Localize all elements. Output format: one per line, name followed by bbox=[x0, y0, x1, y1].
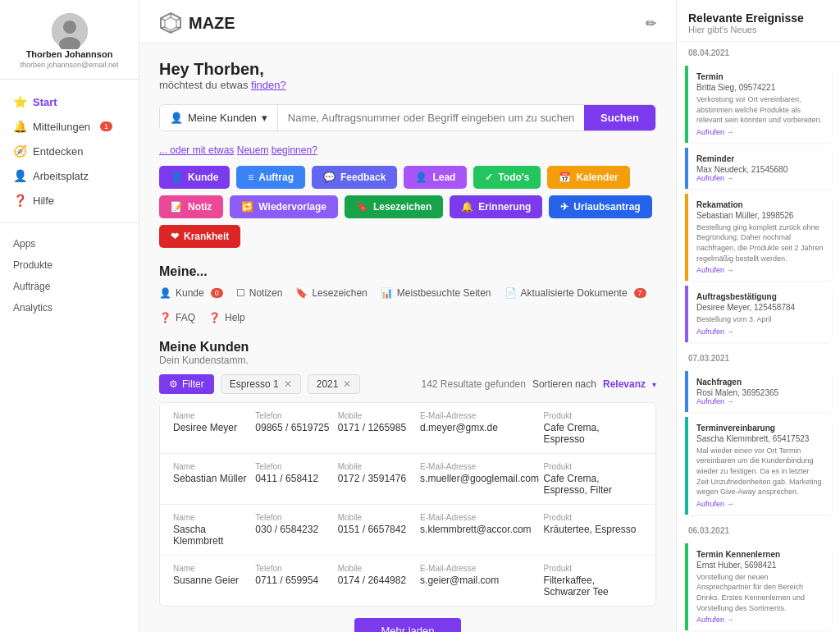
star-icon: ⭐ bbox=[13, 95, 26, 108]
event-date-label: 08.04.2021 bbox=[677, 42, 840, 61]
table-row[interactable]: Name Sebastian Müller Telefon 0411 / 658… bbox=[160, 454, 655, 505]
sidebar-section: Apps Produkte Aufträge Analytics bbox=[0, 223, 139, 328]
sidebar-item-label: Mitteilungen bbox=[33, 121, 90, 133]
greeting-link[interactable]: finden? bbox=[251, 79, 286, 91]
event-desc: Bestellung vom 3. April bbox=[696, 314, 824, 325]
btn-urlaubsantrag[interactable]: ✈ Urlaubsantrag bbox=[549, 195, 651, 218]
table-cell-email: E-Mail-Adresse s.mueller@googlemail.com bbox=[420, 462, 544, 496]
tab-faq[interactable]: ❓ FAQ bbox=[159, 312, 195, 323]
event-card-termin[interactable]: Termin Britta Sieg, 09574221 Verkostung … bbox=[685, 66, 832, 143]
btn-erinnerung[interactable]: 🔔 Erinnerung bbox=[450, 195, 542, 218]
tab-meistbesucht[interactable]: 📊 Meistbesuchte Seiten bbox=[381, 287, 491, 299]
event-type: Termin bbox=[696, 72, 824, 81]
sidebar-item-apps[interactable]: Apps bbox=[0, 233, 139, 254]
produkte-label: Produkte bbox=[13, 259, 52, 271]
event-link[interactable]: Aufrufen → bbox=[696, 616, 824, 624]
meine-title: Meine... bbox=[159, 264, 656, 279]
tab-kunde[interactable]: 👤 Kunde 0 bbox=[159, 287, 223, 299]
btn-lead[interactable]: 👤 Lead bbox=[404, 166, 467, 189]
faq-tab-icon: ❓ bbox=[159, 312, 171, 323]
sidebar-item-mitteilungen[interactable]: 🔔 Mitteilungen 1 bbox=[0, 114, 139, 139]
table-row[interactable]: Name Desiree Meyer Telefon 09865 / 65197… bbox=[160, 403, 655, 454]
kunden-table: Name Desiree Meyer Telefon 09865 / 65197… bbox=[159, 402, 656, 607]
table-cell-name: Name Sascha Klemmbrett bbox=[173, 513, 255, 547]
event-card-terminvereinbarung[interactable]: Terminvereinbarung Sascha Klemmbrett, 65… bbox=[685, 417, 832, 515]
btn-krankheit[interactable]: ❤ Krankheit bbox=[159, 225, 240, 248]
filter-close-espresso[interactable]: ✕ bbox=[284, 378, 292, 390]
table-cell-produkt: Produkt Kräutertee, Espresso bbox=[544, 513, 642, 547]
event-type: Terminvereinbarung bbox=[696, 424, 824, 433]
dokumente-tab-badge: 7 bbox=[634, 288, 646, 298]
btn-todos[interactable]: ✓ Todo's bbox=[473, 166, 541, 189]
lead-icon: 👤 bbox=[415, 172, 427, 183]
tab-lesezeichen[interactable]: 🔖 Lesezeichen bbox=[295, 287, 367, 299]
apps-label: Apps bbox=[13, 238, 35, 250]
kunden-section: Meine Kunden Dein Kundenstamm. ⚙ Filter … bbox=[159, 340, 656, 632]
sidebar-item-analytics[interactable]: Analytics bbox=[0, 297, 139, 318]
sort-value[interactable]: Relevanz bbox=[603, 378, 646, 390]
btn-auftrag[interactable]: ≡ Auftrag bbox=[236, 166, 305, 189]
tab-notizen[interactable]: ☐ Notizen bbox=[236, 287, 283, 299]
results-count: 142 Resultate gefunden bbox=[421, 378, 525, 390]
event-date-label: 07.03.2021 bbox=[677, 347, 840, 366]
btn-lesezeichen[interactable]: 🔖 Lesezeichen bbox=[345, 195, 443, 218]
lesezeichen-tab-icon: 🔖 bbox=[295, 287, 308, 299]
urlaubsantrag-icon: ✈ bbox=[560, 201, 568, 213]
table-row[interactable]: Name Sascha Klemmbrett Telefon 030 / 658… bbox=[160, 505, 655, 556]
meine-tabs: 👤 Kunde 0 ☐ Notizen 🔖 Lesezeichen 📊 Meis… bbox=[159, 287, 656, 323]
event-person: Desiree Meyer, 125458784 bbox=[696, 303, 824, 312]
right-sidebar: Relevante Ereignisse Hier gibt's Neues 0… bbox=[676, 0, 840, 632]
btn-kunde[interactable]: 👤 Kunde bbox=[159, 166, 230, 189]
filter-tag-espresso[interactable]: Espresso 1 ✕ bbox=[221, 374, 301, 394]
btn-kalender[interactable]: 📅 Kalender bbox=[547, 166, 629, 189]
event-card-auftragsbestaetigung[interactable]: Auftragsbestätigung Desiree Meyer, 12545… bbox=[685, 286, 832, 342]
sidebar-item-auftraege[interactable]: Aufträge bbox=[0, 276, 139, 297]
search-button[interactable]: Suchen bbox=[584, 105, 655, 131]
sidebar-item-start[interactable]: ⭐ Start bbox=[0, 89, 139, 114]
btn-feedback[interactable]: 💬 Feedback bbox=[312, 166, 397, 189]
filter-button[interactable]: ⚙ Filter bbox=[159, 374, 214, 394]
neue-hint: ... oder mit etwas Neuem beginnen? bbox=[159, 144, 656, 156]
logo: MAZE bbox=[159, 11, 235, 34]
event-link[interactable]: Aufrufen → bbox=[696, 128, 824, 136]
logo-icon bbox=[159, 11, 182, 34]
neue-link[interactable]: Neuem bbox=[237, 144, 269, 156]
event-person: Britta Sieg, 09574221 bbox=[696, 83, 824, 92]
tab-help[interactable]: ❓ Help bbox=[208, 312, 245, 323]
search-input[interactable] bbox=[278, 105, 584, 131]
event-link[interactable]: Aufrufen → bbox=[696, 397, 824, 405]
event-link[interactable]: Aufrufen → bbox=[696, 500, 824, 508]
sidebar-item-produkte[interactable]: Produkte bbox=[0, 254, 139, 276]
event-link[interactable]: Aufrufen → bbox=[696, 266, 824, 274]
table-cell-email: E-Mail-Adresse d.meyer@gmx.de bbox=[420, 411, 544, 445]
event-link[interactable]: Aufrufen → bbox=[696, 174, 824, 182]
right-sidebar-header: Relevante Ereignisse Hier gibt's Neues bbox=[677, 0, 840, 42]
edit-icon[interactable]: ✏ bbox=[646, 16, 656, 31]
filter-close-2021[interactable]: ✕ bbox=[343, 378, 351, 390]
mehr-laden-button[interactable]: Mehr laden bbox=[354, 618, 460, 632]
event-card-reminder[interactable]: Reminder Max Neudeck, 21545680 Aufrufen … bbox=[685, 148, 832, 189]
wiedervorlage-icon: 🔁 bbox=[241, 201, 253, 213]
notizen-tab-icon: ☐ bbox=[236, 287, 245, 299]
tab-dokumente[interactable]: 📄 Aktualisierte Dokumente 7 bbox=[504, 287, 646, 299]
event-link[interactable]: Aufrufen → bbox=[696, 327, 824, 336]
krankheit-icon: ❤ bbox=[171, 231, 179, 242]
svg-line-9 bbox=[161, 27, 165, 28]
event-card-rekamation[interactable]: Rekamation Sebastian Müller, 1998526 Bes… bbox=[685, 194, 832, 281]
right-sidebar-title: Relevante Ereignisse bbox=[688, 11, 829, 25]
table-cell-mobile: Mobile 0151 / 6657842 bbox=[338, 513, 420, 547]
btn-notiz[interactable]: 📝 Notiz bbox=[159, 195, 223, 218]
feedback-icon: 💬 bbox=[323, 172, 336, 183]
filter-tag-2021[interactable]: 2021 ✕ bbox=[308, 374, 361, 394]
btn-wiedervorlage[interactable]: 🔁 Wiedervorlage bbox=[230, 195, 338, 218]
event-date-group-0: 08.04.2021 Termin Britta Sieg, 09574221 … bbox=[677, 42, 840, 342]
sidebar-item-entdecken[interactable]: 🧭 Entdecken bbox=[0, 139, 139, 163]
search-dropdown[interactable]: 👤 Meine Kunden ▾ bbox=[160, 105, 278, 131]
table-cell-mobile: Mobile 0171 / 1265985 bbox=[338, 411, 420, 445]
sidebar-item-hilfe[interactable]: ❓ Hilfe bbox=[0, 188, 139, 213]
sidebar-item-arbeitsplatz[interactable]: 👤 Arbeitsplatz bbox=[0, 163, 139, 188]
table-row[interactable]: Name Susanne Geier Telefon 0711 / 659954… bbox=[160, 556, 655, 606]
event-person: Max Neudeck, 21545680 bbox=[696, 165, 824, 174]
event-card-nachfragen[interactable]: Nachfragen Rosi Malen, 36952365 Aufrufen… bbox=[685, 371, 832, 412]
event-card-termin-kennenlernen[interactable]: Termin Kennenlernen Ernst Huber, 5698421… bbox=[685, 543, 832, 630]
